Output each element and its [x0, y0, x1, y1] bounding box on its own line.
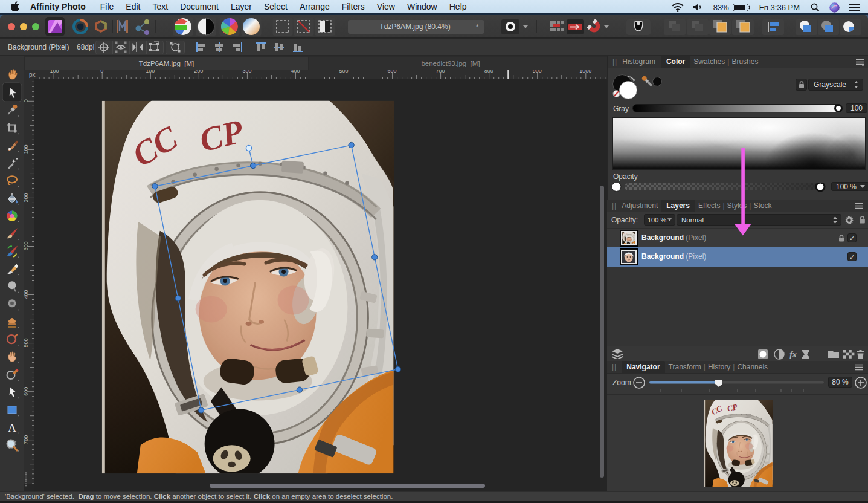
svg-text:68dpi: 68dpi	[77, 43, 94, 51]
svg-text:300: 300	[242, 70, 251, 74]
svg-text:600: 600	[388, 70, 397, 74]
svg-text:800: 800	[484, 70, 493, 74]
svg-text:900: 900	[533, 70, 542, 74]
svg-text:700: 700	[436, 70, 445, 74]
svg-text:0: 0	[100, 70, 103, 74]
svg-text:A: A	[8, 421, 16, 434]
svg-text:700: 700	[24, 435, 29, 444]
svg-text:200: 200	[194, 70, 203, 74]
svg-text:100: 100	[24, 144, 29, 154]
svg-text:1000: 1000	[579, 70, 591, 74]
svg-text:Background (Pixel): Background (Pixel)	[8, 43, 69, 51]
svg-text:*: *	[475, 22, 478, 31]
svg-text:200: 200	[24, 193, 29, 202]
svg-text:400: 400	[291, 70, 300, 74]
svg-text:600: 600	[24, 387, 29, 396]
svg-text:400: 400	[24, 290, 29, 299]
svg-text:-100: -100	[48, 70, 59, 74]
svg-text:0: 0	[24, 99, 29, 102]
svg-text:fx: fx	[789, 350, 797, 359]
svg-text:TdzP6AM.jpg (80.4%): TdzP6AM.jpg (80.4%)	[379, 22, 450, 31]
svg-text:px: px	[29, 71, 36, 78]
svg-text:500: 500	[339, 70, 348, 74]
svg-text:500: 500	[24, 339, 29, 348]
svg-text:100: 100	[146, 70, 155, 74]
svg-text:300: 300	[24, 241, 29, 250]
